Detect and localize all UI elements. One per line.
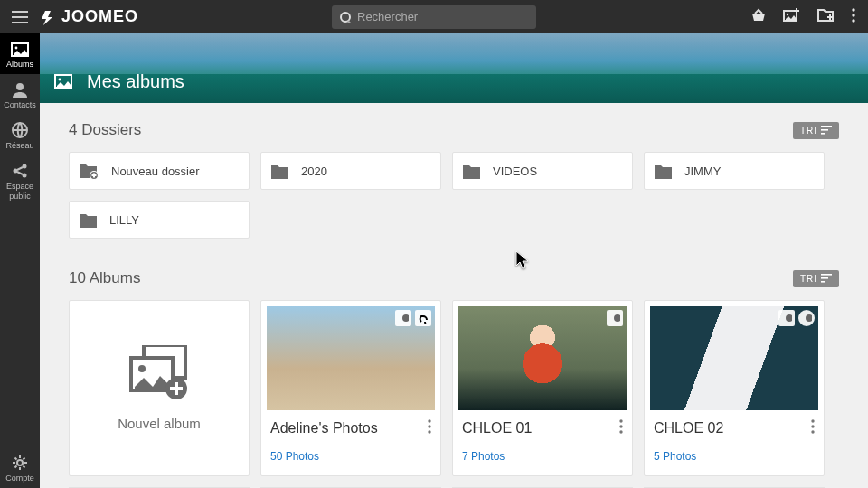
search-box[interactable]: [332, 5, 536, 29]
gear-icon: [12, 455, 28, 471]
rail-contacts[interactable]: Contacts: [0, 74, 40, 115]
basket-button[interactable]: [750, 8, 767, 26]
album-grid: Nouvel album Adeline's Photos 50 Photos: [69, 300, 839, 476]
rail-label: Compte: [5, 474, 34, 483]
brand-mark-icon: [40, 9, 56, 25]
album-icon: [54, 72, 78, 92]
rail-account[interactable]: Compte: [0, 447, 40, 488]
person-icon: [12, 81, 28, 98]
rail-albums[interactable]: Albums: [0, 33, 40, 74]
folder-label: VIDEOS: [493, 164, 537, 178]
album-count: 50 Photos: [270, 450, 431, 463]
contact-icon: [798, 310, 815, 326]
rail-label: Réseau: [5, 141, 33, 150]
search-icon: [339, 11, 352, 23]
folder-icon: [654, 163, 674, 179]
rail-network[interactable]: Réseau: [0, 115, 40, 155]
folder-label: JIMMY: [684, 164, 721, 178]
sort-icon: [821, 126, 832, 135]
content: 4 Dossiers TRI Nouveau dossier 2020 VIDE…: [40, 103, 868, 488]
vdots-icon: [619, 419, 623, 434]
top-bar: JOOMEO: [0, 0, 868, 33]
hero-banner: Mes albums: [40, 33, 868, 103]
album-more-button[interactable]: [428, 419, 431, 437]
add-folder-button[interactable]: [817, 7, 835, 26]
album-card[interactable]: Adeline's Photos 50 Photos: [260, 300, 441, 476]
album-new[interactable]: Nouvel album: [69, 300, 250, 476]
albums-sort-button[interactable]: TRI: [793, 270, 839, 287]
folder-label: LILLY: [109, 213, 139, 227]
overflow-button[interactable]: [852, 8, 855, 26]
sort-icon: [821, 274, 832, 283]
vdots-icon: [811, 419, 815, 434]
folder-icon: [79, 211, 99, 228]
album-icon: [11, 41, 29, 57]
folder-icon: [462, 163, 482, 179]
add-folder-icon: [817, 7, 835, 23]
basket-icon: [750, 8, 767, 23]
albums-header: 10 Albums TRI: [69, 269, 839, 287]
globe-icon: [12, 122, 28, 138]
shared-person-icon: [607, 310, 623, 326]
shared-person-icon: [395, 310, 411, 326]
shared-person-icon: [778, 310, 795, 326]
top-actions: [750, 7, 868, 26]
album-count: 7 Photos: [462, 450, 623, 463]
vdots-icon: [428, 419, 431, 434]
search-input[interactable]: [357, 10, 529, 23]
album-thumb: [458, 306, 627, 410]
folder-item[interactable]: JIMMY: [644, 152, 825, 190]
sort-label: TRI: [800, 126, 817, 136]
page-title: Mes albums: [54, 71, 184, 92]
add-photo-icon: [783, 8, 801, 23]
page-title-text: Mes albums: [87, 71, 184, 92]
folders-sort-button[interactable]: TRI: [793, 122, 839, 139]
folder-label: Nouveau dossier: [111, 164, 200, 178]
folder-item[interactable]: VIDEOS: [452, 152, 633, 190]
sort-label: TRI: [800, 274, 817, 284]
folder-new[interactable]: Nouveau dossier: [69, 152, 250, 190]
brand-logo[interactable]: JOOMEO: [40, 7, 138, 26]
left-rail: Albums Contacts Réseau Espace public Com…: [0, 33, 40, 488]
share-icon: [12, 163, 28, 179]
folder-item[interactable]: LILLY: [69, 201, 250, 239]
album-thumb: [267, 306, 435, 410]
link-icon: [415, 310, 431, 326]
album-new-label: Nouvel album: [118, 416, 201, 431]
folders-header: 4 Dossiers TRI: [69, 121, 839, 139]
rail-label: Albums: [6, 60, 33, 69]
brand-name: JOOMEO: [61, 7, 138, 26]
folder-item[interactable]: 2020: [260, 152, 441, 190]
album-title: Adeline's Photos: [270, 420, 378, 436]
folders-heading: 4 Dossiers: [69, 121, 141, 139]
rail-label: public: [9, 192, 31, 201]
folder-grid: Nouveau dossier 2020 VIDEOS JIMMY LILLY: [69, 152, 839, 239]
add-photo-button[interactable]: [783, 8, 801, 26]
album-more-button[interactable]: [811, 419, 815, 437]
album-title: CHLOE 02: [654, 420, 723, 436]
menu-button[interactable]: [0, 11, 40, 23]
new-folder-icon: [79, 162, 100, 180]
album-more-button[interactable]: [619, 419, 623, 437]
album-card[interactable]: CHLOE 01 7 Photos: [452, 300, 633, 476]
folder-icon: [270, 163, 290, 179]
folder-label: 2020: [301, 164, 327, 178]
menu-icon: [12, 11, 28, 23]
main-scroll[interactable]: Mes albums 4 Dossiers TRI Nouveau dossie…: [40, 33, 868, 488]
album-card[interactable]: CHLOE 02 5 Photos: [644, 300, 825, 476]
album-title: CHLOE 01: [462, 420, 532, 436]
rail-label: Espace: [6, 182, 33, 191]
rail-label: Contacts: [4, 100, 36, 109]
album-thumb: [650, 306, 818, 410]
new-album-icon: [127, 345, 191, 401]
album-count: 5 Photos: [654, 450, 815, 463]
rail-public[interactable]: Espace public: [0, 155, 40, 206]
albums-heading: 10 Albums: [69, 269, 140, 287]
vdots-icon: [852, 8, 855, 23]
